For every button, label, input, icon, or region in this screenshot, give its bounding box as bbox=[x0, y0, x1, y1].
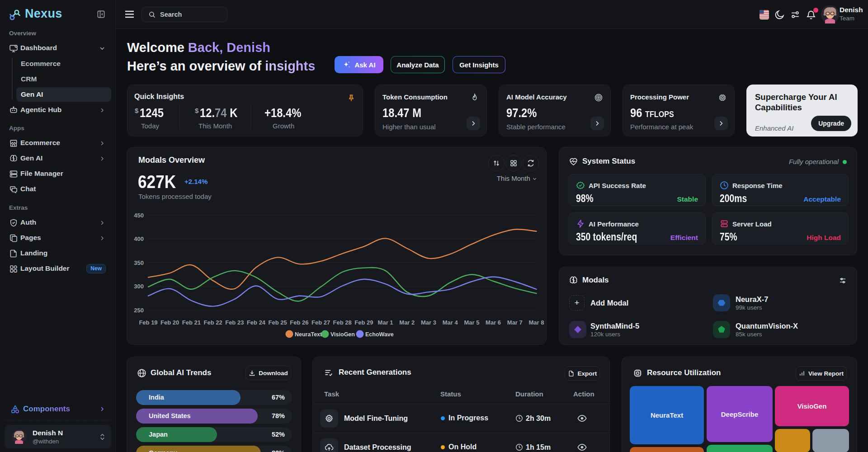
svg-text:400: 400 bbox=[134, 235, 144, 242]
svg-text:Mar 2: Mar 2 bbox=[399, 319, 415, 326]
svg-text:EchoWave: EchoWave bbox=[365, 331, 394, 338]
svg-text:Mar 3: Mar 3 bbox=[421, 319, 436, 326]
svg-text:450: 450 bbox=[134, 212, 144, 219]
svg-text:Feb 25: Feb 25 bbox=[269, 319, 287, 326]
svg-text:NeuraText: NeuraText bbox=[295, 331, 322, 338]
svg-text:350: 350 bbox=[134, 259, 144, 266]
svg-text:Mar 6: Mar 6 bbox=[486, 319, 501, 326]
svg-text:Feb 24: Feb 24 bbox=[247, 319, 266, 326]
svg-text:Mar 1: Mar 1 bbox=[378, 319, 393, 326]
svg-text:Feb 29: Feb 29 bbox=[354, 319, 373, 326]
svg-text:Mar 5: Mar 5 bbox=[464, 319, 479, 326]
svg-text:Feb 26: Feb 26 bbox=[290, 319, 308, 326]
svg-text:Feb 22: Feb 22 bbox=[204, 319, 222, 326]
svg-text:250: 250 bbox=[134, 307, 144, 314]
svg-text:Feb 28: Feb 28 bbox=[333, 319, 352, 326]
svg-text:Feb 23: Feb 23 bbox=[225, 319, 244, 326]
svg-text:Mar 4: Mar 4 bbox=[443, 319, 458, 326]
svg-text:VisioGen: VisioGen bbox=[330, 331, 355, 338]
svg-text:Mar 8: Mar 8 bbox=[529, 319, 544, 326]
svg-text:Feb 27: Feb 27 bbox=[311, 319, 330, 326]
svg-text:Feb 20: Feb 20 bbox=[160, 319, 179, 326]
svg-text:300: 300 bbox=[134, 283, 144, 290]
svg-text:Feb 19: Feb 19 bbox=[139, 319, 157, 326]
svg-text:Mar 7: Mar 7 bbox=[507, 319, 523, 326]
svg-text:Feb 21: Feb 21 bbox=[182, 319, 201, 326]
